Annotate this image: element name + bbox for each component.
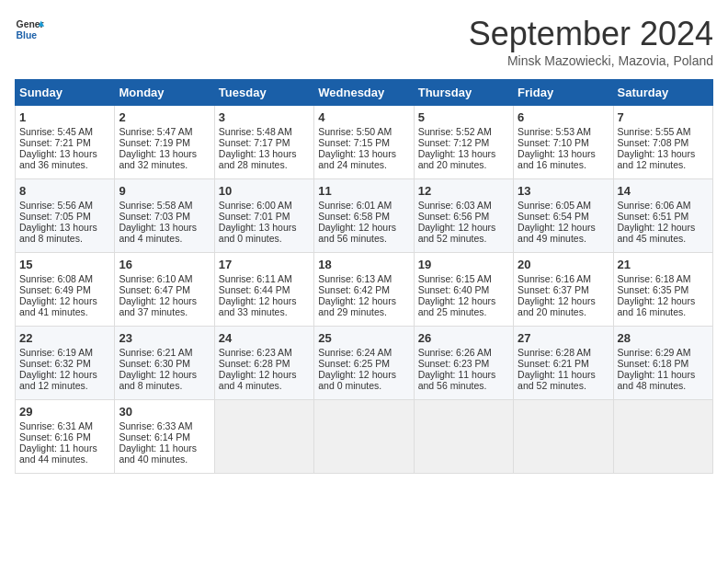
- sunset-text: Sunset: 7:15 PM: [318, 137, 390, 148]
- calendar-cell: 16Sunrise: 6:10 AMSunset: 6:47 PMDayligh…: [115, 253, 214, 327]
- day-number: 23: [119, 331, 210, 345]
- calendar-cell: 13Sunrise: 6:05 AMSunset: 6:54 PMDayligh…: [514, 179, 613, 253]
- calendar-cell: 25Sunrise: 6:24 AMSunset: 6:25 PMDayligh…: [314, 327, 414, 400]
- calendar-cell: 9Sunrise: 5:58 AMSunset: 7:03 PMDaylight…: [115, 179, 214, 253]
- daylight-label: Daylight: 12 hours and 16 minutes.: [618, 295, 696, 317]
- sunset-text: Sunset: 6:14 PM: [119, 431, 190, 442]
- calendar-cell: 6Sunrise: 5:53 AMSunset: 7:10 PMDaylight…: [514, 106, 613, 179]
- day-number: 16: [119, 258, 210, 271]
- sunrise-text: Sunrise: 6:16 AM: [518, 273, 591, 284]
- calendar-cell: 18Sunrise: 6:13 AMSunset: 6:42 PMDayligh…: [314, 253, 414, 327]
- calendar-cell: 4Sunrise: 5:50 AMSunset: 7:15 PMDaylight…: [314, 106, 414, 179]
- daylight-label: Daylight: 12 hours and 12 minutes.: [19, 369, 97, 391]
- title-block: September 2024 Minsk Mazowiecki, Mazovia…: [469, 15, 713, 68]
- sunset-text: Sunset: 6:18 PM: [618, 358, 689, 369]
- daylight-label: Daylight: 11 hours and 44 minutes.: [19, 442, 97, 465]
- daylight-label: Daylight: 12 hours and 37 minutes.: [119, 295, 197, 317]
- calendar-week-5: 22Sunrise: 6:19 AMSunset: 6:32 PMDayligh…: [16, 327, 713, 400]
- daylight-label: Daylight: 12 hours and 45 minutes.: [618, 222, 696, 244]
- daylight-label: Daylight: 13 hours and 4 minutes.: [119, 222, 197, 244]
- day-number: 27: [518, 331, 609, 345]
- daylight-label: Daylight: 13 hours and 20 minutes.: [418, 148, 496, 170]
- daylight-label: Daylight: 13 hours and 12 minutes.: [618, 148, 696, 170]
- sunset-text: Sunset: 7:10 PM: [518, 137, 589, 148]
- calendar-cell: 21Sunrise: 6:18 AMSunset: 6:35 PMDayligh…: [613, 253, 712, 327]
- sunrise-text: Sunrise: 5:58 AM: [119, 200, 192, 211]
- daylight-label: Daylight: 13 hours and 16 minutes.: [518, 148, 596, 170]
- daylight-label: Daylight: 13 hours and 0 minutes.: [219, 222, 297, 244]
- sunset-text: Sunset: 6:25 PM: [318, 358, 390, 369]
- sunrise-text: Sunrise: 5:50 AM: [318, 126, 392, 137]
- calendar-week-4: 15Sunrise: 6:08 AMSunset: 6:49 PMDayligh…: [16, 253, 713, 327]
- sunset-text: Sunset: 6:32 PM: [19, 358, 91, 369]
- daylight-label: Daylight: 13 hours and 32 minutes.: [119, 148, 197, 170]
- sunrise-text: Sunrise: 6:00 AM: [219, 200, 292, 211]
- calendar-cell: 26Sunrise: 6:26 AMSunset: 6:23 PMDayligh…: [414, 327, 513, 400]
- daylight-label: Daylight: 11 hours and 40 minutes.: [119, 442, 197, 465]
- daylight-label: Daylight: 12 hours and 29 minutes.: [318, 295, 396, 317]
- daylight-label: Daylight: 12 hours and 0 minutes.: [318, 369, 396, 391]
- sunrise-text: Sunrise: 6:13 AM: [318, 273, 392, 284]
- sunset-text: Sunset: 6:23 PM: [418, 358, 490, 369]
- logo: General Blue: [15, 15, 44, 44]
- month-title: September 2024: [469, 15, 713, 53]
- daylight-label: Daylight: 13 hours and 24 minutes.: [318, 148, 396, 170]
- sunrise-text: Sunrise: 6:26 AM: [418, 347, 492, 358]
- day-header-tuesday: Tuesday: [214, 80, 313, 106]
- sunrise-text: Sunrise: 6:18 AM: [618, 273, 691, 284]
- day-number: 9: [119, 184, 210, 198]
- sunrise-text: Sunrise: 6:31 AM: [19, 420, 93, 431]
- sunrise-text: Sunrise: 6:24 AM: [318, 347, 392, 358]
- sunrise-text: Sunrise: 5:56 AM: [19, 200, 93, 211]
- calendar-cell: [214, 400, 313, 474]
- calendar-cell: [314, 400, 414, 474]
- day-number: 11: [318, 184, 409, 198]
- day-number: 3: [219, 110, 310, 124]
- calendar-cell: 23Sunrise: 6:21 AMSunset: 6:30 PMDayligh…: [115, 327, 214, 400]
- calendar-cell: 28Sunrise: 6:29 AMSunset: 6:18 PMDayligh…: [613, 327, 712, 400]
- sunrise-text: Sunrise: 6:23 AM: [219, 347, 292, 358]
- day-number: 8: [19, 184, 110, 198]
- sunrise-text: Sunrise: 6:19 AM: [19, 347, 93, 358]
- header-row: SundayMondayTuesdayWednesdayThursdayFrid…: [16, 80, 713, 106]
- sunrise-text: Sunrise: 6:05 AM: [518, 200, 591, 211]
- sunset-text: Sunset: 6:54 PM: [518, 211, 589, 222]
- calendar-week-6: 29Sunrise: 6:31 AMSunset: 6:16 PMDayligh…: [16, 400, 713, 474]
- sunrise-text: Sunrise: 6:08 AM: [19, 273, 93, 284]
- sunset-text: Sunset: 6:42 PM: [318, 284, 390, 295]
- day-number: 17: [219, 258, 310, 271]
- logo-icon: General Blue: [15, 15, 44, 44]
- daylight-label: Daylight: 12 hours and 56 minutes.: [318, 222, 396, 244]
- calendar-cell: 29Sunrise: 6:31 AMSunset: 6:16 PMDayligh…: [16, 400, 115, 474]
- day-number: 1: [19, 110, 110, 124]
- day-number: 22: [19, 331, 110, 345]
- sunset-text: Sunset: 7:12 PM: [418, 137, 490, 148]
- calendar-cell: 12Sunrise: 6:03 AMSunset: 6:56 PMDayligh…: [414, 179, 513, 253]
- day-number: 5: [418, 110, 509, 124]
- daylight-label: Daylight: 12 hours and 49 minutes.: [518, 222, 596, 244]
- sunset-text: Sunset: 6:44 PM: [219, 284, 290, 295]
- day-header-monday: Monday: [115, 80, 214, 106]
- calendar-cell: 27Sunrise: 6:28 AMSunset: 6:21 PMDayligh…: [514, 327, 613, 400]
- sunrise-text: Sunrise: 6:28 AM: [518, 347, 591, 358]
- sunrise-text: Sunrise: 6:29 AM: [618, 347, 691, 358]
- sunset-text: Sunset: 6:49 PM: [19, 284, 91, 295]
- sunset-text: Sunset: 6:58 PM: [318, 211, 390, 222]
- calendar-cell: 15Sunrise: 6:08 AMSunset: 6:49 PMDayligh…: [16, 253, 115, 327]
- calendar-cell: 7Sunrise: 5:55 AMSunset: 7:08 PMDaylight…: [613, 106, 712, 179]
- day-number: 13: [518, 184, 609, 198]
- page-header: General Blue September 2024 Minsk Mazowi…: [15, 15, 713, 68]
- sunset-text: Sunset: 6:56 PM: [418, 211, 490, 222]
- calendar-table: SundayMondayTuesdayWednesdayThursdayFrid…: [15, 79, 713, 474]
- calendar-cell: 3Sunrise: 5:48 AMSunset: 7:17 PMDaylight…: [214, 106, 313, 179]
- sunset-text: Sunset: 7:08 PM: [618, 137, 689, 148]
- sunset-text: Sunset: 7:05 PM: [19, 211, 91, 222]
- calendar-cell: 5Sunrise: 5:52 AMSunset: 7:12 PMDaylight…: [414, 106, 513, 179]
- day-number: 7: [618, 110, 709, 124]
- day-number: 30: [119, 405, 210, 419]
- day-header-wednesday: Wednesday: [314, 80, 414, 106]
- calendar-cell: 10Sunrise: 6:00 AMSunset: 7:01 PMDayligh…: [214, 179, 313, 253]
- sunrise-text: Sunrise: 5:45 AM: [19, 126, 93, 137]
- daylight-label: Daylight: 11 hours and 56 minutes.: [418, 369, 496, 391]
- day-number: 6: [518, 110, 609, 124]
